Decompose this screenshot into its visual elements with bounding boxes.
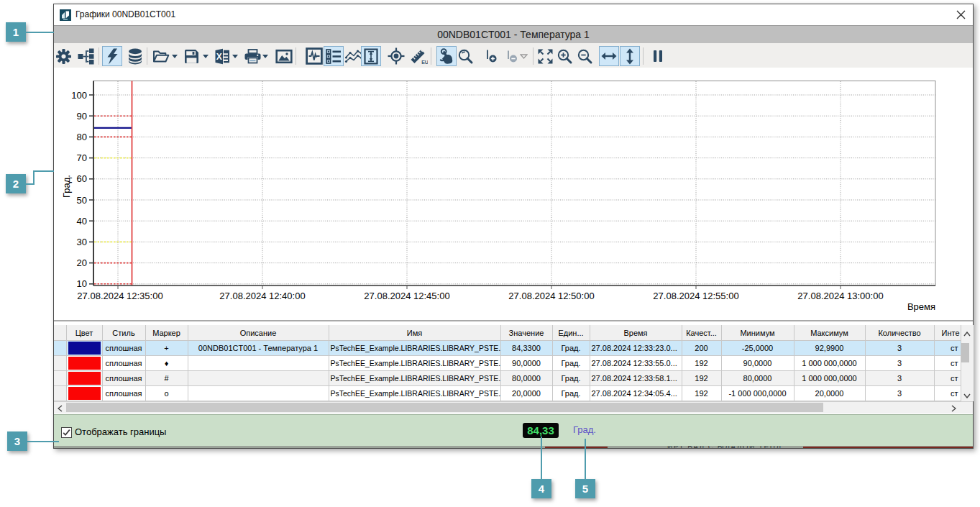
- svg-text:70: 70: [77, 152, 87, 163]
- svg-text:20: 20: [77, 257, 87, 268]
- svg-text:10: 10: [77, 278, 87, 289]
- svg-text:27.08.2024 12:40:00: 27.08.2024 12:40:00: [219, 291, 305, 301]
- svg-text:40: 40: [77, 216, 87, 227]
- svg-text:X: X: [216, 52, 221, 62]
- svg-text:27.08.2024 12:35:00: 27.08.2024 12:35:00: [77, 291, 162, 301]
- svg-text:Время: Время: [907, 301, 935, 312]
- svg-text:27.08.2024 12:50:00: 27.08.2024 12:50:00: [508, 291, 594, 301]
- svg-text:60: 60: [77, 173, 87, 184]
- svg-text:EU: EU: [421, 60, 428, 65]
- svg-text:30: 30: [77, 237, 87, 247]
- svg-text:50: 50: [77, 195, 87, 206]
- svg-text:100: 100: [71, 90, 87, 101]
- svg-text:27.08.2024 13:00:00: 27.08.2024 13:00:00: [797, 291, 883, 301]
- svg-text:90: 90: [77, 111, 87, 122]
- svg-text:27.08.2024 12:45:00: 27.08.2024 12:45:00: [364, 291, 449, 301]
- svg-text:80: 80: [77, 132, 87, 142]
- svg-text:27.08.2024 12:55:00: 27.08.2024 12:55:00: [653, 291, 738, 301]
- svg-text:Град.: Град.: [61, 175, 72, 198]
